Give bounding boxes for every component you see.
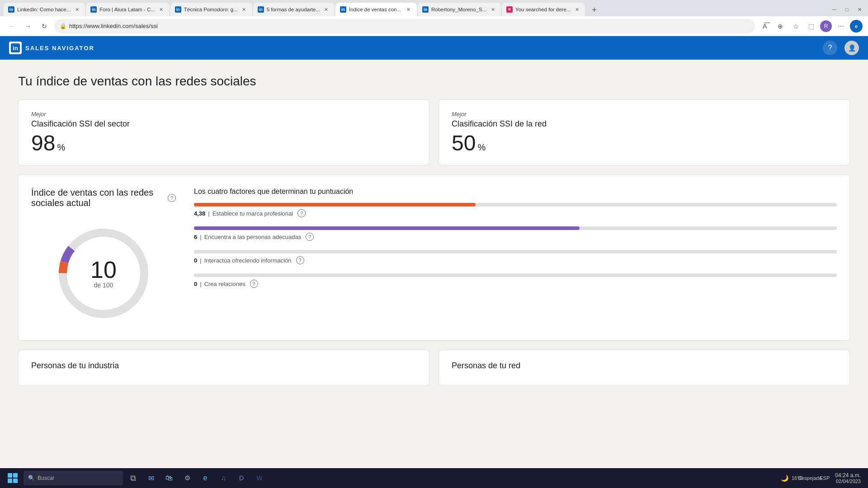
tab-close-6[interactable]: ✕ xyxy=(489,6,496,13)
windows-logo xyxy=(8,473,18,483)
tab-3[interactable]: in Técnica Pomodoro: g... ✕ xyxy=(170,3,252,16)
help-nav-button[interactable]: ? xyxy=(823,41,837,55)
nav-avatar[interactable]: 👤 xyxy=(844,41,859,55)
tab-label-3: Técnica Pomodoro: g... xyxy=(184,7,238,12)
tab-4[interactable]: in 5 formas de ayudarte... ✕ xyxy=(253,3,335,16)
taskbar-search[interactable]: 🔍 Buscar xyxy=(24,471,123,485)
factor-text-4: Crea relaciones xyxy=(204,281,245,287)
ssi-title-help-icon[interactable]: ? xyxy=(168,194,176,202)
tab-favicon-5: in xyxy=(340,6,346,13)
back-button[interactable]: ← xyxy=(5,20,18,33)
address-bar[interactable]: 🔒 https://www.linkedin.com/sales/ssi xyxy=(54,19,755,33)
factor-help-1[interactable]: ? xyxy=(297,209,306,217)
tab-close-3[interactable]: ✕ xyxy=(241,6,248,13)
more-button[interactable]: ⋯ xyxy=(835,20,847,33)
tab-label-6: Robertony_Moreno_S... xyxy=(431,7,486,12)
tab-7[interactable]: ✕ You searched for dere... ✕ xyxy=(502,3,585,16)
linkedin-logo: in SALES NAVIGATOR xyxy=(9,42,94,54)
tray-weather-desc: Despejado xyxy=(805,474,814,483)
taskbar-settings-icon[interactable]: ⚙ xyxy=(179,470,195,486)
tab-favicon-4: in xyxy=(258,6,264,13)
search-text: Buscar xyxy=(38,475,54,481)
taskbar-word-icon[interactable]: W xyxy=(251,470,268,486)
factor-value-3: 0 xyxy=(194,257,197,264)
sector-better-label: Mejor xyxy=(31,111,416,117)
tab-label-5: Índice de ventas con... xyxy=(349,7,402,12)
taskbar-mail-icon[interactable]: ✉ xyxy=(143,470,159,486)
donut-center: 10 de 100 xyxy=(90,258,117,289)
profile-button[interactable]: R xyxy=(820,20,832,32)
industry-people-card: Personas de tu industria xyxy=(18,350,429,386)
taskbar-discord-icon[interactable]: D xyxy=(233,470,250,486)
donut-label: de 100 xyxy=(94,282,113,289)
factor-bar-fill-3 xyxy=(194,250,200,253)
taskbar-store-icon[interactable]: 🛍 xyxy=(161,470,177,486)
new-tab-button[interactable]: + xyxy=(588,4,600,16)
url-text: https://www.linkedin.com/sales/ssi xyxy=(69,23,158,29)
forward-button[interactable]: → xyxy=(22,20,34,33)
linkedin-icon: in xyxy=(9,42,22,54)
tab-favicon-3: in xyxy=(175,6,181,13)
tab-5[interactable]: in Índice de ventas con... ✕ xyxy=(335,3,417,16)
sector-ssi-card: Mejor Clasificación SSI del sector 98 % xyxy=(18,99,429,165)
tray-moon-icon: 🌙 xyxy=(780,474,789,483)
tab-2[interactable]: in Foro | Alura Latam - C... ✕ xyxy=(86,3,170,16)
tab-close-7[interactable]: ✕ xyxy=(573,6,580,13)
tab-label-7: You searched for dere... xyxy=(515,7,571,12)
browser-controls: ← → ↻ 🔒 https://www.linkedin.com/sales/s… xyxy=(0,16,868,36)
collections-button[interactable]: ⬚ xyxy=(805,20,817,33)
factor-bar-track-4 xyxy=(194,273,837,277)
bottom-cards-row: Personas de tu industria Personas de tu … xyxy=(18,350,850,386)
factor-help-2[interactable]: ? xyxy=(306,233,314,241)
start-button[interactable] xyxy=(4,469,22,487)
taskbar: 🔍 Buscar ⧉ ✉ 🛍 ⚙ e ♫ D W 🌙 16°C Despejad… xyxy=(0,468,868,488)
search-icon: 🔍 xyxy=(28,475,35,481)
browser-titlebar: in LinkedIn: Como hace... ✕ in Foro | Al… xyxy=(0,0,868,16)
tab-close-4[interactable]: ✕ xyxy=(323,6,330,13)
network-card-number: 50 xyxy=(452,132,476,154)
factor-value-4: 0 xyxy=(194,281,197,287)
sector-card-value: 98 % xyxy=(31,132,416,154)
read-aloud-button[interactable]: A͞ xyxy=(759,20,771,33)
close-button[interactable]: ✕ xyxy=(854,5,864,14)
factor-row-3: 0 | Interactúa ofreciendo información ? xyxy=(194,250,837,264)
taskbar-edge-icon[interactable]: e xyxy=(197,470,213,486)
factor-label-4: 0 | Crea relaciones ? xyxy=(194,280,837,288)
factor-row-1: 4,38 | Establece tu marca profesional ? xyxy=(194,203,837,217)
factor-bar-fill-4 xyxy=(194,273,200,277)
industry-card-title: Personas de tu industria xyxy=(31,361,416,371)
maximize-button[interactable]: □ xyxy=(842,5,852,14)
tray-clock: 04:24 a.m. 02/04/2023 xyxy=(835,472,861,484)
page-content: Tu índice de ventas con las redes social… xyxy=(0,60,868,468)
edge-button[interactable]: e xyxy=(850,20,863,33)
tab-close-1[interactable]: ✕ xyxy=(73,6,80,13)
factor-help-4[interactable]: ? xyxy=(250,280,258,288)
factor-label-2: 6 | Encuentra a las personas adecuadas ? xyxy=(194,233,837,241)
ssi-main-card: Índice de ventas con las redes sociales … xyxy=(18,174,850,341)
factor-row-4: 0 | Crea relaciones ? xyxy=(194,273,837,288)
tab-close-5[interactable]: ✕ xyxy=(405,6,412,13)
reload-button[interactable]: ↻ xyxy=(38,20,51,33)
tab-6[interactable]: in Robertony_Moreno_S... ✕ xyxy=(418,3,501,16)
linkedin-navbar: in SALES NAVIGATOR ? 👤 xyxy=(0,36,868,60)
tab-label-1: LinkedIn: Como hace... xyxy=(17,7,71,12)
favorites-button[interactable]: ☆ xyxy=(789,20,802,33)
minimize-button[interactable]: ─ xyxy=(829,5,839,14)
taskview-button[interactable]: ⧉ xyxy=(125,470,141,486)
taskbar-spotify-icon[interactable]: ♫ xyxy=(215,470,231,486)
factor-help-3[interactable]: ? xyxy=(296,256,304,264)
sector-card-title: Clasificación SSI del sector xyxy=(31,119,416,129)
tab-close-2[interactable]: ✕ xyxy=(158,6,165,13)
factor-bar-fill-2 xyxy=(194,226,580,230)
factor-value-2: 6 xyxy=(194,234,197,240)
factor-row-2: 6 | Encuentra a las personas adecuadas ? xyxy=(194,226,837,241)
tab-1[interactable]: in LinkedIn: Como hace... ✕ xyxy=(4,3,85,16)
network-ssi-card: Mejor Clasificación SSI de la red 50 % xyxy=(439,99,850,165)
top-cards-row: Mejor Clasificación SSI del sector 98 % … xyxy=(18,99,850,165)
donut-score: 10 xyxy=(90,258,117,282)
factor-value-1: 4,38 xyxy=(194,210,205,217)
translate-button[interactable]: ⊕ xyxy=(774,20,787,33)
ssi-main-card-title: Índice de ventas con las redes sociales … xyxy=(31,188,176,208)
tab-favicon-2: in xyxy=(90,6,97,13)
factor-label-3: 0 | Interactúa ofreciendo información ? xyxy=(194,256,837,264)
